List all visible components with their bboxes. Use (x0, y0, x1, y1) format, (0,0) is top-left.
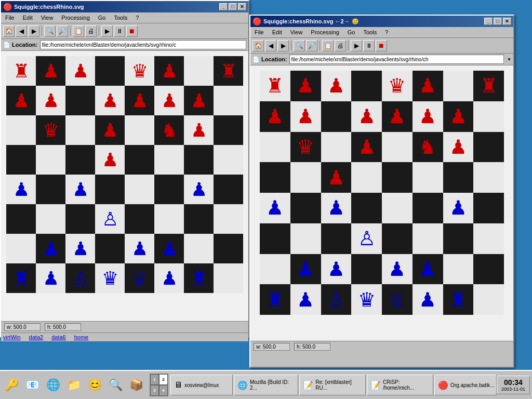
toolbar2-view[interactable]: 📋 (322, 40, 334, 51)
b2-cell-0-2: ♟ (321, 71, 352, 101)
menu-view-1[interactable]: View (37, 14, 58, 22)
tab-data6[interactable]: data6 (51, 334, 66, 340)
window2-close[interactable]: ✕ (503, 18, 511, 25)
b2-cell-2-6: ♟ (443, 132, 474, 163)
b2-piece-4-6: ♟ (449, 198, 467, 218)
taskbar-app-xos[interactable]: 🖥 xosview@linux (170, 375, 233, 395)
toolbar2-zoomin[interactable]: 🔍 (294, 40, 305, 51)
window2-location-input[interactable] (289, 55, 504, 64)
taskbar-icon-5[interactable]: 😊 (85, 376, 104, 394)
piece-1-5: ♟ (161, 91, 178, 110)
piece-1-6: ♟ (191, 91, 207, 110)
window2-minimize[interactable]: _ (484, 18, 493, 25)
taskbar-app-batik[interactable]: 🔴 Org.apache.batik... (434, 375, 497, 395)
pager-cell-1[interactable]: 1 (150, 374, 159, 385)
taskbar-icon-6[interactable]: 🔍 (106, 376, 125, 394)
toolbar2-pause[interactable]: ⏸ (363, 40, 375, 51)
taskbar-icon-2[interactable]: 📧 (23, 376, 42, 394)
toolbar1-zoomout[interactable]: 🔎 (57, 25, 68, 37)
b2-piece-7-4: ♕ (388, 290, 406, 310)
menu-file-2[interactable]: File (250, 28, 268, 36)
toolbar2-print[interactable]: 🖨 (335, 40, 346, 51)
b2-cell-1-5: ♟ (413, 101, 443, 132)
window1-location-input[interactable] (40, 40, 247, 49)
menu-help-1[interactable]: ? (131, 14, 143, 22)
menu-tools-2[interactable]: Tools (359, 28, 381, 36)
toolbar1-zoomin[interactable]: 🔍 (44, 25, 56, 37)
b2-cell-7-6: ♜ (443, 284, 474, 315)
b2-piece-4-2: ♟ (327, 198, 345, 218)
window2: 🔴 Squiggle:chessRhino.svg ←2→ 😊 _ □ ✕ Fi… (249, 15, 514, 368)
window1-statusbar: w: 500.0 h: 500.0 (1, 321, 248, 332)
toolbar1-play[interactable]: ▶ (101, 25, 113, 37)
menu-tools-1[interactable]: Tools (110, 14, 131, 22)
pager-cell-2[interactable]: 2 (159, 374, 168, 385)
window2-location-dropdown[interactable]: ▼ (507, 57, 511, 62)
window2-maximize[interactable]: □ (494, 18, 502, 25)
cell-3-5 (154, 145, 184, 175)
window1-maximize[interactable]: □ (229, 3, 237, 10)
menu-go-2[interactable]: Go (343, 28, 360, 36)
menu-edit-2[interactable]: Edit (268, 28, 286, 36)
cell-4-5 (154, 175, 184, 204)
window1-close[interactable]: ✕ (238, 3, 246, 10)
b2-piece-0-5: ♟ (419, 76, 436, 96)
toolbar1-stop[interactable]: ⏹ (126, 25, 138, 37)
toolbar2-zoomout[interactable]: 🔎 (306, 40, 317, 51)
cell-3-2 (65, 145, 95, 175)
b2-piece-5-3: ♙ (358, 229, 376, 248)
b2-cell-7-4: ♕ (382, 284, 413, 315)
b2-cell-7-3: ♛ (351, 284, 382, 315)
toolbar1-pause[interactable]: ⏸ (114, 25, 125, 37)
taskbar-pager-row2: 3 4 (150, 385, 168, 396)
taskbar-app-mozilla[interactable]: 🌐 Mozilla {Build ID: 2... (234, 375, 298, 395)
menu-file-1[interactable]: File (1, 14, 19, 22)
toolbar1-print[interactable]: 🖨 (85, 25, 97, 37)
taskbar-pager[interactable]: 1 2 3 4 (150, 374, 168, 396)
b2-piece-6-2: ♟ (327, 259, 345, 279)
taskbar-app-crisp[interactable]: 📝 CRiSP: /home/mich... (367, 375, 433, 395)
window1-minimize[interactable]: _ (219, 3, 228, 10)
cell-0-6 (184, 56, 214, 86)
taskbar-icon-7[interactable]: 📦 (127, 376, 145, 394)
b2-cell-6-6 (443, 254, 474, 285)
toolbar1-view[interactable]: 📋 (73, 25, 84, 37)
taskbar-icon-1[interactable]: 🔑 (2, 376, 21, 394)
toolbar1-back[interactable]: ◀ (16, 25, 27, 37)
tab-home[interactable]: home (74, 334, 89, 340)
tab-data2[interactable]: data2 (29, 334, 44, 340)
b2-cell-3-0 (260, 162, 290, 193)
taskbar-app-re[interactable]: 📝 Re: [xmlblaster] RU... (299, 375, 366, 395)
pager-cell-4[interactable]: 4 (159, 385, 168, 396)
taskbar-icon-4[interactable]: 📁 (64, 376, 83, 394)
cell-2-3: ♟ (95, 115, 125, 145)
toolbar1-home[interactable]: 🏠 (3, 25, 15, 37)
piece-1-3: ♟ (102, 91, 118, 110)
tab-virtwin[interactable]: virtWin (3, 334, 21, 340)
menu-help-2[interactable]: ? (381, 28, 392, 36)
menu-processing-2[interactable]: Processing (307, 28, 343, 36)
b2-cell-1-0: ♟ (260, 101, 290, 132)
toolbar2-play[interactable]: ▶ (351, 40, 362, 51)
menu-go-1[interactable]: Go (94, 14, 110, 22)
menu-view-2[interactable]: View (286, 28, 307, 36)
toolbar2-forward[interactable]: ▶ (277, 40, 289, 51)
taskbar-icon-3[interactable]: 🌐 (44, 376, 62, 394)
b2-cell-6-1: ♟ (290, 254, 321, 285)
menu-processing-1[interactable]: Processing (57, 14, 94, 22)
window1-titlebar[interactable]: 🔴 Squiggle:chessRhino.svg _ □ ✕ (1, 1, 248, 12)
b2-cell-7-2: ♙ (321, 284, 352, 315)
cell-0-4: ♛ (125, 56, 154, 86)
window2-titlebar[interactable]: 🔴 Squiggle:chessRhino.svg ←2→ 😊 _ □ ✕ (250, 16, 513, 27)
toolbar2-back[interactable]: ◀ (265, 40, 276, 51)
toolbar1-forward[interactable]: ▶ (28, 25, 39, 37)
toolbar2-home[interactable]: 🏠 (252, 40, 264, 51)
taskbar-time: 00:34 (501, 378, 525, 387)
pager-cell-3[interactable]: 3 (150, 385, 159, 396)
piece-2-6: ♟ (191, 121, 207, 140)
re-icon: 📝 (303, 380, 313, 390)
toolbar2-stop[interactable]: ⏹ (376, 40, 387, 51)
mozilla-icon: 🌐 (237, 380, 248, 390)
window1-status-h: h: 500.0 (45, 323, 81, 331)
menu-edit-1[interactable]: Edit (19, 14, 37, 22)
